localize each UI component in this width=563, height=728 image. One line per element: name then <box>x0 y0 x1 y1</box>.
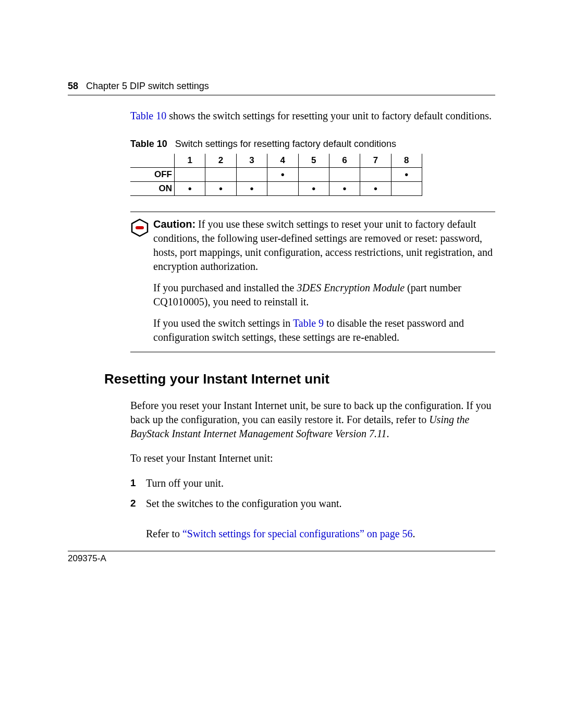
col-6: 6 <box>329 154 360 168</box>
svg-rect-1 <box>136 226 144 229</box>
module-name: 3DES Encryption Module <box>297 282 405 293</box>
intro-paragraph: Table 10 shows the switch settings for r… <box>130 109 495 123</box>
step-1: Turn off your unit. <box>130 476 495 491</box>
row-on-label: ON <box>130 182 175 196</box>
cell <box>175 168 205 182</box>
col-1: 1 <box>175 154 205 168</box>
caution-heading: Caution: <box>153 218 195 230</box>
footer: 209375-A <box>68 551 495 564</box>
table-label: Table 10 <box>130 139 167 149</box>
cell: • <box>360 182 391 196</box>
caution-p1: Caution: If you use these switch setting… <box>153 217 495 274</box>
section-heading: Resetting your Instant Internet unit <box>104 371 495 387</box>
caution-p2: If you purchased and installed the 3DES … <box>153 281 495 309</box>
cell: • <box>236 182 267 196</box>
caution-icon <box>130 217 153 344</box>
caution-p3: If you used the switch settings in Table… <box>153 316 495 344</box>
cell: • <box>267 168 298 182</box>
switch-settings-link[interactable]: “Switch settings for special configurati… <box>182 528 413 539</box>
table-header-row: 1 2 3 4 5 6 7 8 <box>130 154 422 168</box>
table-caption: Table 10 Switch settings for resetting f… <box>130 139 495 150</box>
step2-text: Set the switches to the configuration yo… <box>146 498 341 509</box>
table9-link[interactable]: Table 9 <box>293 317 324 329</box>
cell <box>329 168 360 182</box>
cell <box>391 182 422 196</box>
section-p1: Before you reset your Instant Internet u… <box>130 399 495 441</box>
page: 58 Chapter 5 DIP switch settings Table 1… <box>0 0 563 728</box>
col-7: 7 <box>360 154 391 168</box>
row-off-label: OFF <box>130 168 175 182</box>
table10-link[interactable]: Table 10 <box>130 110 166 121</box>
cell <box>360 168 391 182</box>
table-row: OFF • • <box>130 168 422 182</box>
cell: • <box>329 182 360 196</box>
col-5: 5 <box>298 154 329 168</box>
table-caption-text: Switch settings for resetting factory de… <box>175 139 396 149</box>
cell: • <box>391 168 422 182</box>
step2-sub-b: . <box>413 528 415 539</box>
col-4: 4 <box>267 154 298 168</box>
step1-text: Turn off your unit. <box>146 477 224 489</box>
step2-sub-a: Refer to <box>146 528 182 539</box>
cell: • <box>298 182 329 196</box>
section-p2: To reset your Instant Internet unit: <box>130 451 495 465</box>
caution-p3-a: If you used the switch settings in <box>153 317 293 329</box>
table-row: ON • • • • • • <box>130 182 422 196</box>
cell: • <box>175 182 205 196</box>
table-corner <box>130 154 175 168</box>
caution-box: Caution: If you use these switch setting… <box>130 212 495 352</box>
section-p1-b: . <box>387 428 389 439</box>
page-number: 58 <box>68 81 78 91</box>
caution-text: Caution: If you use these switch setting… <box>153 217 495 344</box>
cell <box>298 168 329 182</box>
steps-list: Turn off your unit. Set the switches to … <box>130 476 495 541</box>
doc-number: 209375-A <box>68 553 106 563</box>
step-2: Set the switches to the configuration yo… <box>130 496 495 541</box>
section-body: Before you reset your Instant Internet u… <box>130 399 495 541</box>
col-3: 3 <box>236 154 267 168</box>
col-2: 2 <box>205 154 236 168</box>
chapter-title: Chapter 5 DIP switch settings <box>86 81 209 91</box>
intro-block: Table 10 shows the switch settings for r… <box>130 109 495 352</box>
cell <box>205 168 236 182</box>
cell <box>267 182 298 196</box>
cell: • <box>205 182 236 196</box>
switch-table: 1 2 3 4 5 6 7 8 OFF • • ON <box>130 154 422 196</box>
running-header: 58 Chapter 5 DIP switch settings <box>68 81 495 95</box>
cell <box>236 168 267 182</box>
caution-p1-body: If you use these switch settings to rese… <box>153 218 493 272</box>
caution-p2-a: If you purchased and installed the <box>153 282 297 293</box>
col-8: 8 <box>391 154 422 168</box>
intro-text: shows the switch settings for resetting … <box>166 110 492 121</box>
